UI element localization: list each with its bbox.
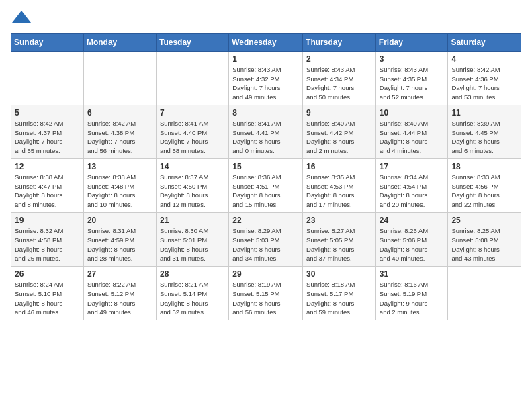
day-info: Sunrise: 8:43 AM Sunset: 4:32 PM Dayligh… [232, 65, 299, 102]
calendar-cell: 22Sunrise: 8:29 AM Sunset: 5:03 PM Dayli… [229, 212, 303, 266]
day-number: 31 [380, 269, 445, 279]
day-info: Sunrise: 8:35 AM Sunset: 4:53 PM Dayligh… [306, 173, 372, 210]
day-info: Sunrise: 8:25 AM Sunset: 5:08 PM Dayligh… [451, 226, 517, 263]
day-number: 29 [232, 269, 299, 279]
calendar-cell: 24Sunrise: 8:26 AM Sunset: 5:06 PM Dayli… [375, 212, 448, 266]
day-number: 1 [232, 54, 299, 64]
calendar-cell: 4Sunrise: 8:42 AM Sunset: 4:36 PM Daylig… [448, 51, 521, 105]
day-number: 4 [451, 54, 517, 64]
day-number: 2 [306, 54, 372, 64]
calendar-cell: 3Sunrise: 8:43 AM Sunset: 4:35 PM Daylig… [375, 51, 448, 105]
day-info: Sunrise: 8:29 AM Sunset: 5:03 PM Dayligh… [232, 226, 299, 263]
day-number: 9 [306, 108, 372, 118]
day-info: Sunrise: 8:27 AM Sunset: 5:05 PM Dayligh… [306, 226, 372, 263]
calendar-cell: 9Sunrise: 8:40 AM Sunset: 4:42 PM Daylig… [303, 105, 376, 158]
day-number: 22 [232, 216, 299, 225]
day-number: 16 [306, 162, 372, 171]
day-info: Sunrise: 8:42 AM Sunset: 4:36 PM Dayligh… [451, 65, 517, 102]
calendar-cell: 2Sunrise: 8:43 AM Sunset: 4:34 PM Daylig… [303, 51, 376, 105]
day-info: Sunrise: 8:38 AM Sunset: 4:48 PM Dayligh… [87, 173, 152, 210]
calendar-cell: 18Sunrise: 8:33 AM Sunset: 4:56 PM Dayli… [448, 158, 521, 212]
day-number: 14 [160, 162, 225, 171]
day-of-week-header: Sunday [11, 33, 84, 51]
calendar-week-row: 1Sunrise: 8:43 AM Sunset: 4:32 PM Daylig… [11, 51, 521, 105]
day-of-week-header: Saturday [448, 33, 521, 51]
day-info: Sunrise: 8:22 AM Sunset: 5:12 PM Dayligh… [87, 280, 152, 317]
day-info: Sunrise: 8:39 AM Sunset: 4:45 PM Dayligh… [451, 119, 517, 156]
day-info: Sunrise: 8:18 AM Sunset: 5:17 PM Dayligh… [306, 280, 372, 317]
day-info: Sunrise: 8:21 AM Sunset: 5:14 PM Dayligh… [160, 280, 225, 317]
day-number: 10 [380, 108, 445, 118]
day-info: Sunrise: 8:41 AM Sunset: 4:41 PM Dayligh… [232, 119, 299, 156]
day-info: Sunrise: 8:24 AM Sunset: 5:10 PM Dayligh… [15, 280, 80, 317]
calendar-cell: 6Sunrise: 8:42 AM Sunset: 4:38 PM Daylig… [83, 105, 156, 158]
calendar-cell [83, 51, 156, 105]
calendar-cell: 14Sunrise: 8:37 AM Sunset: 4:50 PM Dayli… [156, 158, 228, 212]
day-info: Sunrise: 8:41 AM Sunset: 4:40 PM Dayligh… [160, 119, 225, 156]
day-info: Sunrise: 8:43 AM Sunset: 4:35 PM Dayligh… [380, 65, 445, 102]
day-info: Sunrise: 8:42 AM Sunset: 4:38 PM Dayligh… [87, 119, 152, 156]
calendar-cell: 28Sunrise: 8:21 AM Sunset: 5:14 PM Dayli… [156, 267, 228, 320]
calendar-cell: 10Sunrise: 8:40 AM Sunset: 4:44 PM Dayli… [375, 105, 448, 158]
day-info: Sunrise: 8:16 AM Sunset: 5:19 PM Dayligh… [380, 280, 445, 317]
day-number: 18 [451, 162, 517, 171]
day-number: 12 [15, 162, 80, 171]
day-number: 20 [87, 216, 152, 225]
calendar-cell [156, 51, 228, 105]
day-number: 26 [15, 269, 80, 279]
logo-icon [12, 11, 31, 23]
day-number: 30 [306, 269, 372, 279]
calendar-cell: 17Sunrise: 8:34 AM Sunset: 4:54 PM Dayli… [375, 158, 448, 212]
calendar-cell: 19Sunrise: 8:32 AM Sunset: 4:58 PM Dayli… [11, 212, 84, 266]
day-number: 24 [380, 216, 445, 225]
calendar-cell: 29Sunrise: 8:19 AM Sunset: 5:15 PM Dayli… [229, 267, 303, 320]
calendar-week-row: 19Sunrise: 8:32 AM Sunset: 4:58 PM Dayli… [11, 212, 521, 266]
calendar: SundayMondayTuesdayWednesdayThursdayFrid… [11, 33, 521, 320]
day-of-week-header: Tuesday [156, 33, 228, 51]
calendar-cell: 13Sunrise: 8:38 AM Sunset: 4:48 PM Dayli… [83, 158, 156, 212]
day-number: 17 [380, 162, 445, 171]
day-number: 25 [451, 216, 517, 225]
day-info: Sunrise: 8:40 AM Sunset: 4:44 PM Dayligh… [380, 119, 445, 156]
day-info: Sunrise: 8:34 AM Sunset: 4:54 PM Dayligh… [380, 173, 445, 210]
day-info: Sunrise: 8:26 AM Sunset: 5:06 PM Dayligh… [380, 226, 445, 263]
day-info: Sunrise: 8:36 AM Sunset: 4:51 PM Dayligh… [232, 173, 299, 210]
calendar-cell: 8Sunrise: 8:41 AM Sunset: 4:41 PM Daylig… [229, 105, 303, 158]
calendar-cell: 25Sunrise: 8:25 AM Sunset: 5:08 PM Dayli… [448, 212, 521, 266]
calendar-cell: 5Sunrise: 8:42 AM Sunset: 4:37 PM Daylig… [11, 105, 84, 158]
day-info: Sunrise: 8:31 AM Sunset: 4:59 PM Dayligh… [87, 226, 152, 263]
calendar-cell: 23Sunrise: 8:27 AM Sunset: 5:05 PM Dayli… [303, 212, 376, 266]
day-info: Sunrise: 8:43 AM Sunset: 4:34 PM Dayligh… [306, 65, 372, 102]
calendar-cell: 21Sunrise: 8:30 AM Sunset: 5:01 PM Dayli… [156, 212, 228, 266]
calendar-week-row: 5Sunrise: 8:42 AM Sunset: 4:37 PM Daylig… [11, 105, 521, 158]
calendar-cell: 7Sunrise: 8:41 AM Sunset: 4:40 PM Daylig… [156, 105, 228, 158]
calendar-week-row: 12Sunrise: 8:38 AM Sunset: 4:47 PM Dayli… [11, 158, 521, 212]
day-of-week-header: Friday [375, 33, 448, 51]
day-info: Sunrise: 8:37 AM Sunset: 4:50 PM Dayligh… [160, 173, 225, 210]
calendar-cell [11, 51, 84, 105]
day-info: Sunrise: 8:32 AM Sunset: 4:58 PM Dayligh… [15, 226, 80, 263]
day-number: 8 [232, 108, 299, 118]
logo [11, 11, 31, 26]
day-number: 27 [87, 269, 152, 279]
calendar-cell: 26Sunrise: 8:24 AM Sunset: 5:10 PM Dayli… [11, 267, 84, 320]
day-info: Sunrise: 8:38 AM Sunset: 4:47 PM Dayligh… [15, 173, 80, 210]
day-number: 15 [232, 162, 299, 171]
day-of-week-header: Wednesday [229, 33, 303, 51]
day-number: 23 [306, 216, 372, 225]
calendar-cell: 27Sunrise: 8:22 AM Sunset: 5:12 PM Dayli… [83, 267, 156, 320]
calendar-cell: 20Sunrise: 8:31 AM Sunset: 4:59 PM Dayli… [83, 212, 156, 266]
day-info: Sunrise: 8:19 AM Sunset: 5:15 PM Dayligh… [232, 280, 299, 317]
day-number: 11 [451, 108, 517, 118]
calendar-week-row: 26Sunrise: 8:24 AM Sunset: 5:10 PM Dayli… [11, 267, 521, 320]
day-info: Sunrise: 8:42 AM Sunset: 4:37 PM Dayligh… [15, 119, 80, 156]
day-number: 19 [15, 216, 80, 225]
day-info: Sunrise: 8:40 AM Sunset: 4:42 PM Dayligh… [306, 119, 372, 156]
calendar-header-row: SundayMondayTuesdayWednesdayThursdayFrid… [11, 33, 521, 51]
day-number: 13 [87, 162, 152, 171]
day-number: 5 [15, 108, 80, 118]
day-number: 7 [160, 108, 225, 118]
calendar-cell: 16Sunrise: 8:35 AM Sunset: 4:53 PM Dayli… [303, 158, 376, 212]
day-number: 3 [380, 54, 445, 64]
day-number: 21 [160, 216, 225, 225]
